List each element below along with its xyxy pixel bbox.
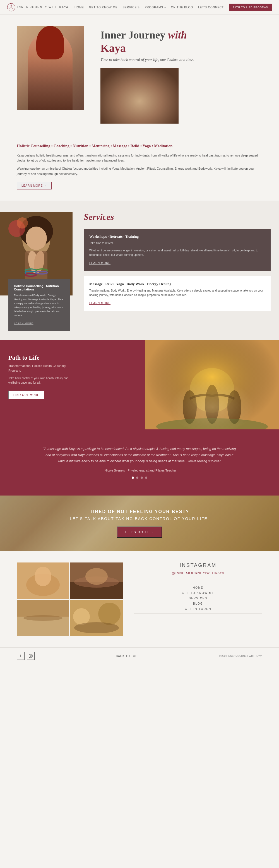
instagram-img-3 (17, 600, 69, 636)
nav-get-to-know[interactable]: GET TO KNOW ME (89, 6, 118, 9)
nav-services[interactable]: SERVICE'S (122, 6, 140, 9)
dot-2[interactable] (136, 476, 138, 479)
hero-content: Inner Journey with Kaya Time to take bac… (100, 26, 262, 129)
service-card-workshops: Workshops · Retreats · Training Take tim… (84, 229, 271, 271)
testimonial-author: - Nicole Sveneis - Physiotherapist and P… (103, 469, 176, 472)
footer-nav-get-to-know[interactable]: GET TO KNOW ME (182, 591, 214, 595)
nav-connect[interactable]: LET'S CONNECT (198, 6, 224, 9)
hero-title-italic: with (168, 29, 187, 41)
hero-image-left (17, 26, 89, 110)
nav-home[interactable]: HOME (74, 6, 84, 9)
instagram-img-2 (70, 562, 123, 599)
services-title: Services (84, 212, 271, 222)
massage-title: Massage · Reiki · Yoga · Body Work · Ene… (89, 282, 265, 286)
hero-subtitle: Time to take back control of your life, … (100, 58, 262, 62)
navbar: INNER JOURNEY with KAYA HOME GET TO KNOW… (0, 0, 279, 15)
footer: f BACK TO TOP © 2022 INNER JOURNEY WITH … (0, 647, 279, 664)
svg-point-12 (26, 226, 47, 250)
svg-point-18 (205, 385, 219, 424)
instagram-cell-2[interactable] (70, 562, 123, 599)
massage-learn-link[interactable]: LEARN MORE (89, 302, 111, 305)
footer-nav-get-in-touch[interactable]: GET IN TOUCH (185, 608, 211, 611)
path-image (78, 340, 279, 429)
svg-point-37 (30, 655, 32, 657)
about-section: Holistic Counselling • Coaching • Nutrit… (0, 140, 279, 201)
cta-section: TIRED OF NOT FEELING YOUR BEST? LET'S TA… (0, 496, 279, 551)
svg-point-17 (183, 390, 197, 424)
instagram-icon[interactable] (27, 652, 35, 660)
hero-title-part1: Inner Journey (100, 29, 168, 41)
svg-point-20 (156, 418, 268, 429)
service-card-massage: Massage · Reiki · Yoga · Body Work · Ene… (84, 276, 271, 311)
about-learn-more-button[interactable]: LEARN MORE → (17, 182, 52, 189)
about-desc-2: Weaving together an umbrella of Chakra f… (17, 166, 262, 176)
services-section: Holistic Counselling · Nutrition Consult… (0, 200, 279, 340)
workshops-title: Workshops · Retreats · Training (89, 235, 265, 239)
svg-point-14 (17, 217, 28, 228)
hair-decoration (36, 26, 64, 59)
path-title: Path to Life (8, 354, 70, 361)
instagram-svg (29, 654, 33, 658)
svg-point-34 (98, 603, 121, 625)
about-desc-1: Kaya designs holistic health programs, a… (17, 153, 262, 163)
hero-right-photo (100, 68, 179, 124)
cta-subtitle: LET'S TALK ABOUT TAKING BACK CONTROL OF … (70, 517, 209, 521)
dot-1[interactable] (132, 476, 134, 479)
footer-socials: f (17, 652, 35, 660)
svg-point-19 (227, 390, 241, 424)
massage-desc: Transformational Body Work , Energy Heal… (89, 288, 265, 298)
cta-title: TIRED OF NOT FEELING YOUR BEST? (70, 509, 209, 514)
instagram-section: INSTAGRAM @INNERJOURNEYIWTHKAYA HOME GET… (0, 551, 279, 647)
cta-content: TIRED OF NOT FEELING YOUR BEST? LET'S TA… (59, 498, 220, 549)
workshops-intro: Take time to retreat. (89, 241, 265, 246)
path-content: Path to Life Transformational Holistic H… (0, 340, 78, 429)
nav-links: HOME GET TO KNOW ME SERVICE'S PROGRAMS ▾… (74, 4, 272, 11)
footer-nav-home[interactable]: HOME (193, 586, 204, 589)
path-find-out-button[interactable]: FIND OUT MORE (8, 391, 44, 399)
logo-text: INNER JOURNEY with KAYA (17, 6, 69, 9)
workshops-desc: Whether it be an overseas longer immersi… (89, 248, 265, 257)
instagram-handle[interactable]: @INNERJOURNEYIWTHKAYA (134, 571, 262, 575)
instagram-grid (17, 562, 123, 636)
instagram-img-4 (70, 600, 123, 636)
instagram-right: INSTAGRAM @INNERJOURNEYIWTHKAYA HOME GET… (134, 562, 262, 636)
consult-learn-link[interactable]: LEARN MORE (14, 322, 33, 325)
instagram-cell-4[interactable] (70, 600, 123, 636)
svg-point-33 (73, 608, 90, 625)
footer-nav-blog[interactable]: BLOG (193, 602, 203, 605)
hero-main-photo (17, 26, 84, 110)
path-section: Path to Life Transformational Holistic H… (0, 340, 279, 429)
nav-blog[interactable]: ON THE BLOG (171, 6, 193, 9)
dot-4[interactable] (145, 476, 147, 479)
facebook-icon[interactable]: f (17, 652, 25, 660)
instagram-cell-3[interactable] (17, 600, 69, 636)
consult-card-title: Holistic Counselling · Nutrition Consult… (14, 284, 64, 291)
path-photo (145, 340, 279, 429)
back-to-top[interactable]: BACK TO TOP (116, 655, 137, 658)
nav-cta-button[interactable]: PATH TO LIFE PROGRAM (229, 4, 272, 11)
testimonial-dots (132, 476, 147, 479)
path-subtitle: Transformational Holistic Health Coachin… (8, 364, 70, 373)
dot-3[interactable] (141, 476, 143, 479)
svg-point-28 (85, 568, 108, 585)
services-list: Holistic Counselling • Coaching • Nutrit… (17, 143, 262, 149)
nav-programs[interactable]: PROGRAMS ▾ (145, 6, 166, 9)
instagram-cell-1[interactable] (17, 562, 69, 599)
cta-button[interactable]: LET'S DO IT → (117, 526, 162, 538)
consult-card: Holistic Counselling · Nutrition Consult… (8, 279, 70, 331)
testimonial-section: "A massage with Kaya is a privilege to b… (0, 429, 279, 496)
instagram-img-1 (17, 562, 69, 599)
path-desc: Take back control of your own health, vi… (8, 376, 70, 385)
svg-point-31 (24, 615, 62, 621)
footer-copyright: © 2022 INNER JOURNEY WITH KAYA (219, 655, 262, 657)
testimonial-quote: "A massage with Kaya is a privilege to b… (42, 446, 237, 464)
footer-nav: HOME GET TO KNOW ME SERVICES BLOG GET IN… (134, 583, 262, 614)
svg-rect-36 (29, 654, 32, 658)
services-right-column: Services Workshops · Retreats · Training… (78, 200, 279, 340)
footer-nav-services[interactable]: SERVICES (189, 597, 207, 600)
hero-title-kaya: Kaya (100, 41, 262, 55)
workshops-learn-link[interactable]: LEARN MORE (89, 261, 111, 265)
consult-card-desc: Transformational Body Work , Energy Heal… (14, 293, 64, 317)
logo[interactable]: INNER JOURNEY with KAYA (7, 3, 69, 12)
logo-icon (7, 3, 16, 12)
